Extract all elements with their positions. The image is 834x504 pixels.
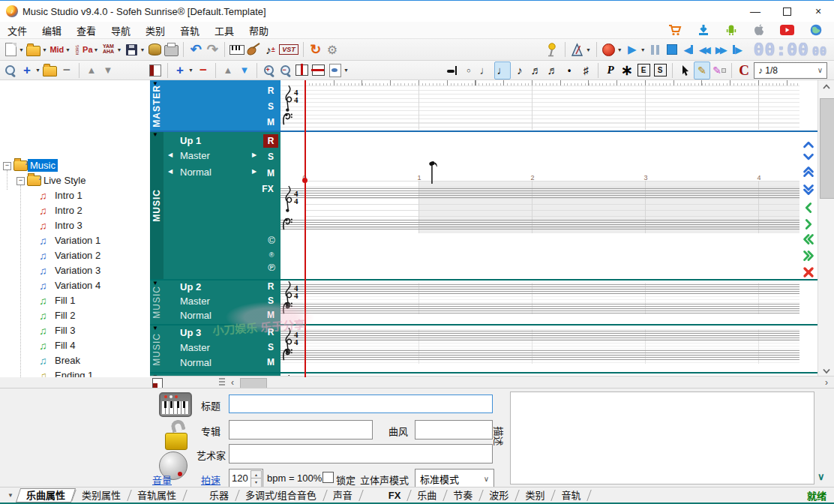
import-midi-button[interactable]: Mid [50, 41, 64, 58]
undo-button[interactable]: ↶ [188, 41, 203, 58]
tree-expand-icon[interactable]: − [16, 177, 25, 185]
new-file-caret[interactable]: ▼ [19, 47, 24, 52]
collapse-triangle-icon[interactable]: ▼ [152, 325, 158, 332]
expand-rows-button[interactable] [295, 62, 310, 79]
add-track-caret[interactable]: ▼ [188, 68, 194, 73]
lock-checkbox[interactable] [322, 472, 334, 483]
tab-音轨[interactable]: 音轨 [553, 488, 589, 502]
settings-button[interactable]: ⚙ [325, 41, 340, 58]
arrow-left-icon[interactable]: ◀ [168, 152, 172, 158]
minimize-button[interactable]: — [740, 1, 771, 22]
tree-item[interactable]: Break [52, 354, 82, 367]
import-korg-button[interactable]: KORGPa [73, 41, 93, 58]
pause-button[interactable] [648, 41, 663, 58]
tab-list-caret[interactable]: ▼ [4, 492, 16, 499]
phono-mark[interactable]: ℗ [265, 262, 278, 273]
up3-solo-button[interactable]: S [263, 342, 278, 352]
unlock-icon[interactable] [165, 420, 190, 450]
keyboard-button[interactable] [230, 41, 244, 58]
arrow-left-icon[interactable]: ◀ [168, 168, 172, 175]
step-forward-button[interactable]: ▶ [730, 41, 746, 58]
move-up-button[interactable]: ▲ [84, 62, 99, 79]
tree-item-ending-1[interactable]: ♫Ending 1 [0, 368, 150, 377]
up2-record-button[interactable]: R [263, 281, 278, 292]
tree-item[interactable]: Variation 4 [52, 279, 103, 292]
scroll-up-button[interactable] [818, 80, 834, 93]
scroll-left-button[interactable]: ‹ [226, 376, 238, 388]
delete-button[interactable] [802, 266, 815, 278]
tree-item-variation-4[interactable]: ♫Variation 4 [0, 278, 150, 293]
vertical-scrollbar[interactable] [818, 80, 834, 377]
score-area[interactable]: 4 4 01234 4 4 4 4 [280, 80, 818, 377]
stop-button[interactable] [664, 41, 680, 58]
master-mute-button[interactable]: M [263, 117, 278, 128]
loop-region-icon[interactable] [152, 378, 163, 388]
up1-mute-button[interactable]: M [263, 168, 278, 178]
tempo-spinner[interactable]: 120 ▴ ▾ [229, 469, 263, 489]
octave-up-button[interactable] [802, 166, 815, 178]
playhead[interactable] [304, 80, 306, 377]
up1-fx-button[interactable]: FX [260, 184, 275, 194]
find-button[interactable] [3, 62, 18, 79]
record-button[interactable] [602, 41, 616, 58]
tree-item-intro-3[interactable]: ♫Intro 3 [0, 218, 150, 233]
korg-caret[interactable]: ▼ [94, 47, 99, 52]
track-up2-header[interactable]: ▼ MUSIC Up 2 Master Normal R S M [150, 280, 280, 325]
menu-0[interactable]: 文件 [0, 22, 34, 39]
genre-input[interactable] [415, 420, 493, 440]
tree-item[interactable]: Fill 1 [52, 294, 77, 307]
embellish-button[interactable]: E [636, 62, 651, 79]
arrow-right-icon[interactable]: ▶ [252, 152, 256, 158]
description-box[interactable] [510, 392, 814, 484]
scrollbar-thumb[interactable] [820, 98, 834, 199]
track-title[interactable]: Up 3 [180, 327, 201, 338]
dot-button[interactable]: • [562, 62, 577, 79]
tree-group[interactable]: −♪Live Style [0, 173, 150, 188]
save-button[interactable] [124, 41, 139, 58]
scroll-right-button[interactable]: › [820, 376, 832, 388]
track-divider[interactable] [150, 279, 818, 280]
mic-button[interactable] [545, 41, 560, 58]
midi-caret[interactable]: ▼ [65, 47, 70, 52]
note-longa-button[interactable] [445, 62, 460, 79]
title-input[interactable] [229, 394, 493, 413]
tree-item-fill-3[interactable]: ♫Fill 3 [0, 323, 150, 338]
note-up-button[interactable] [802, 139, 815, 151]
preview-caret[interactable]: ▼ [344, 68, 349, 73]
save-caret[interactable]: ▼ [140, 47, 145, 52]
apple-icon[interactable] [753, 24, 764, 36]
track-up1-header[interactable]: ▼ MUSIC Up 1 ◀ Master ▶ ◀ Normal ▶ R S M… [150, 131, 280, 280]
menu-1[interactable]: 编辑 [34, 22, 69, 39]
eraser-tool-button[interactable]: ✎ [712, 62, 727, 79]
track-divider[interactable] [150, 324, 818, 326]
download-icon[interactable] [698, 24, 710, 36]
tab-乐曲[interactable]: 乐曲 [409, 488, 445, 502]
open-caret[interactable]: ▼ [42, 47, 47, 52]
track-title[interactable]: Up 2 [180, 281, 201, 292]
menu-4[interactable]: 类别 [138, 22, 172, 39]
tree-item-intro-2[interactable]: ♫Intro 2 [0, 203, 150, 218]
zoom-out-button[interactable]: − [278, 62, 293, 79]
yamaha-caret[interactable]: ▼ [116, 47, 122, 52]
tab-声音[interactable]: 声音 [325, 488, 361, 502]
note-sixteenth-button[interactable]: ♬ [529, 62, 544, 79]
maximize-button[interactable] [771, 1, 802, 22]
export-button[interactable] [147, 41, 162, 58]
master-record-button[interactable]: R [263, 86, 278, 96]
refresh-button[interactable]: ↻ [308, 41, 323, 58]
snap-value-select[interactable]: ♪ 1/8 ∨ [754, 62, 827, 79]
note-eighth-button[interactable]: ♪ [512, 62, 527, 79]
tab-类别属性[interactable]: 类别属性 [74, 488, 129, 502]
track-divider[interactable] [150, 372, 818, 374]
close-button[interactable]: × [802, 1, 834, 22]
tree-item-fill-2[interactable]: ♫Fill 2 [0, 308, 150, 323]
nudge-right-button[interactable] [802, 218, 815, 230]
menu-5[interactable]: 音轨 [172, 22, 207, 39]
up3-record-button[interactable]: R [263, 327, 278, 338]
sharp-button[interactable]: ♯ [578, 62, 593, 79]
up1-solo-button[interactable]: S [263, 152, 278, 162]
remove-track-button[interactable]: − [196, 62, 211, 79]
ornament-button[interactable]: ∗ [620, 62, 634, 79]
pencil-tool-button[interactable]: ✎ [694, 62, 710, 80]
note-quarter-button[interactable]: ♩ [494, 62, 511, 80]
